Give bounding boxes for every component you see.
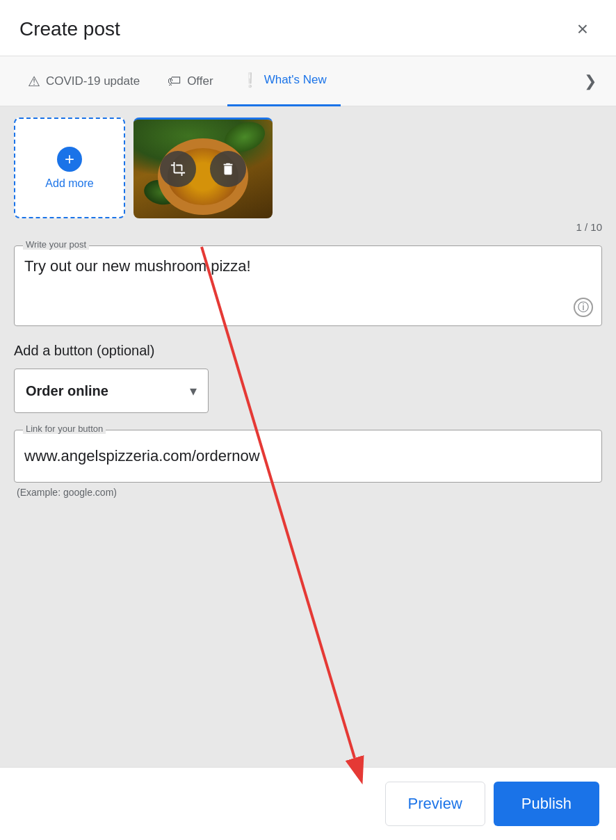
add-more-button[interactable]: + Add more <box>14 118 125 218</box>
post-field-label: Write your post <box>23 239 89 250</box>
image-counter: 1 / 10 <box>0 218 616 239</box>
link-field-label: Link for your button <box>23 423 106 434</box>
button-type-value: Order online <box>26 383 108 399</box>
link-field-group: Link for your button (Example: google.co… <box>14 430 602 498</box>
chevron-right-icon: ❯ <box>584 72 597 90</box>
content-area: + Add more <box>0 106 616 767</box>
info-badge-icon: ❕ <box>241 72 259 88</box>
button-section: Add a button (optional) Order online ▾ <box>14 343 602 413</box>
preview-button[interactable]: Preview <box>385 782 485 826</box>
post-text-input[interactable] <box>15 246 601 323</box>
delete-image-button[interactable] <box>210 151 246 187</box>
post-text-wrapper: Write your post ⓘ <box>14 245 602 326</box>
tab-covid-label: COVID-19 update <box>46 74 140 88</box>
link-hint: (Example: google.com) <box>14 487 602 498</box>
tab-offer[interactable]: 🏷 Offer <box>154 56 227 106</box>
button-section-title: Add a button (optional) <box>14 343 602 359</box>
info-icon[interactable]: ⓘ <box>574 298 593 317</box>
close-button[interactable]: × <box>569 15 597 43</box>
image-section: + Add more <box>0 106 616 218</box>
dropdown-arrow-icon: ▾ <box>190 382 197 399</box>
modal-title: Create post <box>19 18 120 40</box>
plus-icon: + <box>57 147 82 172</box>
info-icon-wrapper: ⓘ <box>574 298 593 317</box>
link-input[interactable] <box>15 430 601 482</box>
modal-header: Create post × <box>0 0 616 56</box>
tab-covid[interactable]: ⚠ COVID-19 update <box>14 56 154 106</box>
link-field-wrapper: Link for your button <box>14 430 602 483</box>
add-more-label: Add more <box>45 177 93 190</box>
image-actions <box>133 120 273 218</box>
button-type-select[interactable]: Order online ▾ <box>14 369 209 413</box>
footer: Preview Publish <box>0 767 616 840</box>
tabs-bar: ⚠ COVID-19 update 🏷 Offer ❕ What's New ❯ <box>0 56 616 106</box>
tab-offer-label: Offer <box>187 74 213 88</box>
tab-whats-new-label: What's New <box>264 73 327 87</box>
tag-icon: 🏷 <box>168 73 181 89</box>
tabs-chevron[interactable]: ❯ <box>578 72 602 90</box>
form-section: Write your post ⓘ Add a button (optional… <box>0 239 616 522</box>
crop-button[interactable] <box>160 151 196 187</box>
image-thumbnail <box>133 118 273 218</box>
publish-button[interactable]: Publish <box>494 782 599 826</box>
post-field-group: Write your post ⓘ <box>14 245 602 326</box>
tab-whats-new[interactable]: ❕ What's New <box>227 56 341 106</box>
create-post-modal: Create post × ⚠ COVID-19 update 🏷 Offer … <box>0 0 616 840</box>
warning-icon: ⚠ <box>28 73 40 90</box>
